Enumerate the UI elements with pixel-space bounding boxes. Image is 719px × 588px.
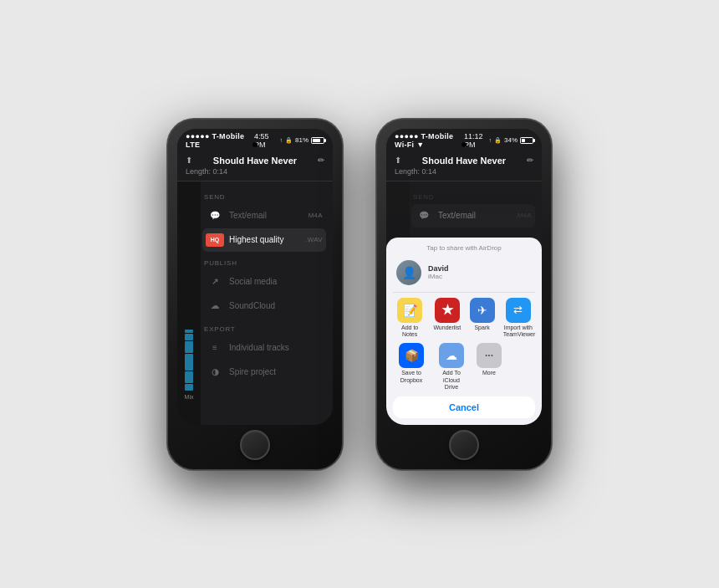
wbar (185, 330, 193, 333)
time-display: 4:55 PM (254, 132, 279, 149)
share-app-more[interactable]: ··· More (477, 343, 502, 391)
dropbox-icon: 📦 (399, 343, 424, 368)
menu-item-left: ☁ SoundCloud (206, 299, 275, 313)
menu-item-left: ≡ Individual tracks (206, 341, 289, 355)
edit-icon[interactable]: ✏ (318, 156, 324, 165)
battery-fill (313, 139, 320, 142)
menu-item-individual-tracks[interactable]: ≡ Individual tracks (202, 336, 326, 360)
airdrop-person-name: David (428, 264, 449, 273)
section-send-2: SEND (411, 193, 535, 201)
share-app-wunderlist[interactable]: ★ Wunderlist (433, 298, 461, 339)
content-area-1: Mix SEND 💬 Text/email M4A HQ (177, 182, 333, 425)
status-bar-2: ●●●●● T-Mobile Wi-Fi ▼ 11:12 PM ↑ 🔒 34% (386, 129, 542, 151)
front-camera-2 (461, 142, 467, 147)
share-icon[interactable]: ⬆ (186, 156, 192, 165)
lock-icon: 🔒 (285, 137, 293, 144)
length-label-2: Length: (395, 167, 420, 176)
length-label: Length: (186, 167, 211, 176)
mix-label: Mix (185, 394, 194, 400)
song-title: Should Have Never (213, 156, 297, 166)
spark-icon: ✈ (470, 298, 495, 323)
spire-icon: ◑ (206, 366, 224, 379)
section-export: EXPORT (202, 325, 326, 333)
menu-item-spire-project[interactable]: ◑ Spire project (202, 360, 326, 384)
wbar (185, 371, 193, 383)
notes-label: Add to Notes (395, 325, 425, 339)
edit-icon-2[interactable]: ✏ (527, 156, 533, 165)
hq-icon: HQ (206, 233, 224, 247)
text-email-badge-2: .M4A (515, 212, 532, 219)
notes-icon: 📝 (397, 298, 422, 323)
waveform-panel: Mix (177, 182, 201, 425)
battery-area: ↑ 🔒 81% (279, 136, 324, 144)
waveform-bars (185, 330, 193, 391)
menu-item-text-email[interactable]: 💬 Text/email M4A (202, 204, 326, 228)
social-icon: ↗ (206, 275, 224, 289)
share-app-notes[interactable]: 📝 Add to Notes (395, 298, 425, 339)
song-title-2: Should Have Never (422, 156, 506, 166)
wbar (185, 354, 193, 371)
status-bar-1: ●●●●● T-Mobile LTE 4:55 PM ↑ 🔒 81% (177, 129, 333, 151)
teamviewer-icon: ⇄ (506, 298, 531, 323)
share-app-teamviewer[interactable]: ⇄ Import with TeamViewer (503, 298, 533, 339)
menu-item-left-2: 💬 Text/email (415, 209, 476, 222)
wunderlist-icon: ★ (435, 298, 460, 323)
more-label: More (482, 370, 496, 376)
airdrop-device-name: iMac (428, 273, 449, 280)
icloud-label: Add To iCloud Drive (436, 370, 467, 391)
header-top-2: ⬆ Should Have Never ✏ (395, 156, 533, 166)
share-app-icloud[interactable]: ☁ Add To iCloud Drive (436, 343, 467, 391)
phone-2: ●●●●● T-Mobile Wi-Fi ▼ 11:12 PM ↑ 🔒 34% … (376, 119, 552, 470)
share-app-spark[interactable]: ✈ Spark (470, 298, 495, 339)
header-top: ⬆ Should Have Never ✏ (186, 156, 324, 166)
app-header-1: ⬆ Should Have Never ✏ Length: 0:14 (177, 151, 333, 182)
section-send: SEND (202, 193, 326, 201)
battery-tip (324, 139, 326, 142)
menu-item-left: HQ Highest quality (206, 233, 284, 247)
home-button-2[interactable] (449, 430, 479, 460)
content-area-2: Mix SEND 💬 Text/email .M4A Tap to share … (386, 182, 542, 425)
battery-icon-2 (520, 137, 533, 144)
phone-1-screen: ●●●●● T-Mobile LTE 4:55 PM ↑ 🔒 81% ⬆ Sho… (177, 129, 333, 425)
location-icon-2: ↑ (488, 137, 492, 143)
length-value-2: 0:14 (422, 167, 437, 176)
front-camera (252, 142, 258, 147)
wbar (185, 341, 193, 353)
share-icon-2[interactable]: ⬆ (395, 156, 401, 165)
menu-item-left: ↗ Social media (206, 275, 277, 289)
wbar (185, 384, 193, 391)
battery-tip-2 (533, 139, 535, 142)
song-length-2: Length: 0:14 (395, 167, 533, 176)
icloud-icon: ☁ (439, 343, 464, 368)
menu-item-text-email-2: 💬 Text/email .M4A (411, 204, 535, 228)
share-apps-row-2: 📦 Save to Dropbox ☁ Add To iCloud Drive … (393, 343, 535, 391)
text-email-label: Text/email (229, 211, 267, 220)
lock-icon-2: 🔒 (494, 137, 502, 144)
share-apps-row-1: 📝 Add to Notes ★ Wunderlist ✈ Spark ⇄ Im… (393, 298, 535, 339)
soundcloud-label: SoundCloud (229, 301, 275, 310)
share-sheet: Tap to share with AirDrop 👤 David iMac 📝… (386, 238, 542, 425)
cancel-button[interactable]: Cancel (393, 396, 535, 418)
share-app-dropbox[interactable]: 📦 Save to Dropbox (396, 343, 426, 391)
airdrop-avatar[interactable]: 👤 (396, 260, 421, 285)
hq-badge: .WAV (305, 236, 323, 243)
spire-project-label: Spire project (229, 367, 276, 376)
spark-label: Spark (474, 325, 489, 331)
length-value: 0:14 (213, 167, 228, 176)
time-display-2: 11:12 PM (464, 132, 488, 149)
airdrop-info: David iMac (428, 264, 449, 280)
airdrop-row: 👤 David iMac (393, 257, 535, 293)
menu-item-soundcloud[interactable]: ☁ SoundCloud (202, 294, 326, 318)
wbar (185, 334, 193, 340)
text-email-label-2: Text/email (438, 211, 476, 220)
wunderlist-label: Wunderlist (433, 325, 461, 331)
section-publish: PUBLISH (202, 259, 326, 267)
menu-item-left: 💬 Text/email (206, 209, 267, 222)
battery-area-2: ↑ 🔒 34% (488, 136, 533, 144)
menu-item-social-media[interactable]: ↗ Social media (202, 270, 326, 294)
menu-item-highest-quality[interactable]: HQ Highest quality .WAV (202, 228, 326, 252)
battery-icon (311, 137, 324, 144)
battery-fill-2 (522, 139, 525, 142)
battery-percent-2: 34% (504, 136, 518, 144)
home-button-1[interactable] (240, 430, 270, 460)
